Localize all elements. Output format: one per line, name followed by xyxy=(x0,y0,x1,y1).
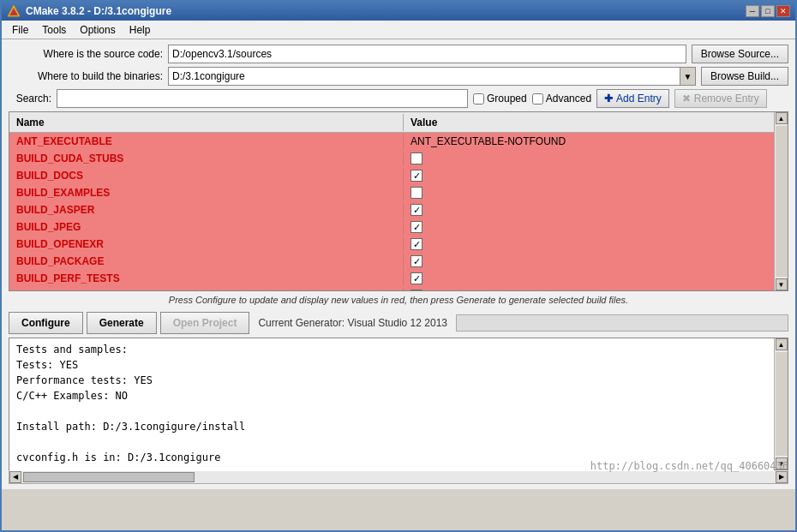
cell-checkbox[interactable]: ✓ xyxy=(410,290,422,290)
cell-name: BUILD_CUDA_STUBS xyxy=(9,151,404,166)
table-body[interactable]: ANT_EXECUTABLEANT_EXECUTABLE-NOTFOUNDBUI… xyxy=(9,133,774,290)
source-row: Where is the source code: Browse Source.… xyxy=(9,45,788,63)
table-row[interactable]: BUILD_JASPER✓ xyxy=(9,201,774,218)
build-dropdown: ▼ xyxy=(168,67,696,86)
cell-value[interactable]: ✓ xyxy=(404,288,774,290)
cell-value[interactable]: ✓ xyxy=(404,219,774,235)
menu-options[interactable]: Options xyxy=(73,22,122,38)
browse-source-button[interactable]: Browse Source... xyxy=(692,45,788,63)
generator-label: Current Generator: Visual Studio 12 2013 xyxy=(253,317,452,329)
log-line xyxy=(16,403,767,419)
table-row[interactable]: BUILD_PNG✓ xyxy=(9,287,774,290)
grouped-label: Grouped xyxy=(487,93,527,105)
hscroll-thumb[interactable] xyxy=(23,472,195,482)
grouped-checkbox[interactable] xyxy=(473,93,484,105)
cell-name: BUILD_PERF_TESTS xyxy=(9,271,404,286)
cell-value[interactable]: ✓ xyxy=(404,168,774,183)
close-button[interactable]: ✕ xyxy=(776,5,790,17)
cell-name: BUILD_JPEG xyxy=(9,219,404,235)
cell-checkbox[interactable]: ✓ xyxy=(410,272,422,284)
cell-checkbox[interactable] xyxy=(410,152,422,164)
remove-entry-label: Remove Entry xyxy=(694,93,759,105)
cell-name: BUILD_PNG xyxy=(9,288,404,290)
add-entry-label: Add Entry xyxy=(616,93,662,105)
log-line: Install path: D:/3.1congigure/install xyxy=(16,419,767,434)
cell-value[interactable] xyxy=(404,185,774,200)
remove-entry-button[interactable]: ✖ Remove Entry xyxy=(674,89,767,108)
cell-value[interactable]: ✓ xyxy=(404,271,774,286)
source-input[interactable] xyxy=(168,45,686,63)
remove-icon: ✖ xyxy=(682,93,691,105)
table-container: Name Value ANT_EXECUTABLEANT_EXECUTABLE-… xyxy=(9,111,788,291)
cell-checkbox[interactable]: ✓ xyxy=(410,170,422,182)
table-row[interactable]: BUILD_PACKAGE✓ xyxy=(9,253,774,270)
log-line: Tests: YES xyxy=(16,357,767,373)
configure-button[interactable]: Configure xyxy=(9,312,83,334)
menu-file[interactable]: File xyxy=(5,22,35,38)
grouped-checkbox-label[interactable]: Grouped xyxy=(473,93,527,105)
cell-checkbox[interactable]: ✓ xyxy=(410,221,422,233)
bottom-toolbar: Configure Generate Open Project Current … xyxy=(9,308,788,338)
cell-value[interactable] xyxy=(404,151,774,166)
cell-value[interactable]: ✓ xyxy=(404,236,774,252)
maximize-button[interactable]: □ xyxy=(761,5,775,17)
hscroll-left[interactable]: ◀ xyxy=(9,471,21,483)
cell-name: BUILD_EXAMPLES xyxy=(9,185,404,200)
log-scroll-up[interactable]: ▲ xyxy=(776,338,788,350)
cell-checkbox[interactable]: ✓ xyxy=(410,238,422,250)
log-area[interactable]: Tests and samples: Tests: YES Performanc… xyxy=(9,338,774,471)
minimize-button[interactable]: ─ xyxy=(746,5,759,17)
add-entry-button[interactable]: ✚ Add Entry xyxy=(596,89,669,108)
menu-tools[interactable]: Tools xyxy=(35,22,73,38)
build-input[interactable] xyxy=(169,69,680,84)
bottom-scrollbar[interactable]: ◀ ▶ xyxy=(9,470,788,484)
cell-checkbox[interactable]: ✓ xyxy=(410,204,422,216)
cell-checkbox[interactable]: ✓ xyxy=(410,255,422,267)
build-row: Where to build the binaries: ▼ Browse Bu… xyxy=(9,67,788,86)
build-dropdown-arrow[interactable]: ▼ xyxy=(680,68,695,85)
log-line: Tests and samples: xyxy=(16,342,767,357)
scroll-up-arrow[interactable]: ▲ xyxy=(776,112,788,124)
table-row[interactable]: BUILD_DOCS✓ xyxy=(9,167,774,184)
cell-name: BUILD_OPENEXR xyxy=(9,236,404,252)
open-project-button[interactable]: Open Project xyxy=(160,312,250,334)
cell-value[interactable]: ✓ xyxy=(404,254,774,269)
advanced-checkbox[interactable] xyxy=(532,93,543,105)
table-row[interactable]: BUILD_OPENEXR✓ xyxy=(9,236,774,253)
cell-value[interactable]: ANT_EXECUTABLE-NOTFOUND xyxy=(404,134,774,149)
watermark: http://blog.csdn.net/qq_40660436 xyxy=(590,460,788,472)
table-row[interactable]: BUILD_PERF_TESTS✓ xyxy=(9,270,774,287)
table-row[interactable]: BUILD_JPEG✓ xyxy=(9,218,774,236)
cmake-icon xyxy=(7,4,21,18)
table-row[interactable]: BUILD_CUDA_STUBS xyxy=(9,150,774,167)
hscroll-right[interactable]: ▶ xyxy=(776,471,788,483)
table-row[interactable]: BUILD_EXAMPLES xyxy=(9,184,774,201)
titlebar-controls[interactable]: ─ □ ✕ xyxy=(746,5,790,17)
search-input[interactable] xyxy=(57,89,468,108)
table-scrollbar[interactable]: ▲ ▼ xyxy=(774,112,788,290)
titlebar-left: CMake 3.8.2 - D:/3.1congigure xyxy=(7,4,171,18)
menu-help[interactable]: Help xyxy=(123,22,158,38)
cell-value[interactable]: ✓ xyxy=(404,202,774,218)
advanced-checkbox-label[interactable]: Advanced xyxy=(532,93,591,105)
advanced-label: Advanced xyxy=(546,93,591,105)
table-row[interactable]: ANT_EXECUTABLEANT_EXECUTABLE-NOTFOUND xyxy=(9,133,774,150)
log-container: Tests and samples: Tests: YES Performanc… xyxy=(9,338,788,470)
cell-name: BUILD_DOCS xyxy=(9,168,404,183)
status-message: Press Configure to update and display ne… xyxy=(9,291,788,308)
menubar: File Tools Options Help xyxy=(2,21,795,39)
log-line: Performance tests: YES xyxy=(16,373,767,388)
generate-button[interactable]: Generate xyxy=(87,312,157,334)
browse-build-button[interactable]: Browse Build... xyxy=(701,67,788,86)
titlebar: CMake 3.8.2 - D:/3.1congigure ─ □ ✕ xyxy=(2,2,795,21)
search-label: Search: xyxy=(9,93,51,105)
log-line: C/C++ Examples: NO xyxy=(16,388,767,403)
cell-name: BUILD_PACKAGE xyxy=(9,254,404,269)
log-scrollbar[interactable]: ▲ ▼ xyxy=(774,338,788,469)
table-header: Name Value xyxy=(9,112,774,133)
cell-checkbox[interactable] xyxy=(410,187,422,199)
log-line xyxy=(16,434,767,450)
cell-name: ANT_EXECUTABLE xyxy=(9,134,404,149)
scroll-down-arrow[interactable]: ▼ xyxy=(776,278,788,290)
add-icon: ✚ xyxy=(604,93,613,105)
